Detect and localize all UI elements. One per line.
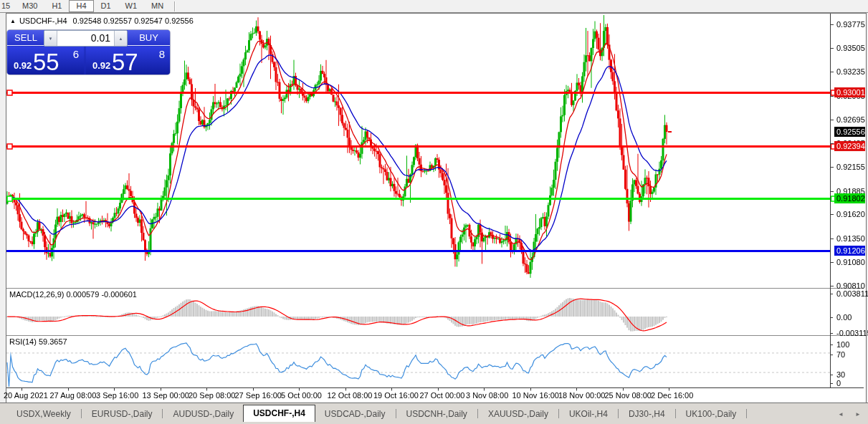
buy-price-pip: 8 xyxy=(159,48,165,60)
timeframe-button-h1[interactable]: H1 xyxy=(44,0,69,12)
rsi-axis-label: 0 xyxy=(836,379,841,387)
price-level-badge: 0.92394 xyxy=(834,141,865,151)
rsi-axis-label: 100 xyxy=(836,340,849,349)
one-click-trade-panel: SELL ▼ 0.01 ▲ BUY 0.92 55 6 0.92 57 8 xyxy=(7,30,170,74)
price-axis-label: 0.92155 xyxy=(836,163,865,171)
timeframe-button-m30[interactable]: M30 xyxy=(15,0,44,12)
symbol-tabbar: USDX,WeeklyEURUSD-,DailyAUDUSD-,DailyUSD… xyxy=(0,403,868,424)
tab-usdcad-daily[interactable]: USDCAD-,Daily xyxy=(315,407,395,421)
volume-spinner: ▼ 0.01 ▲ xyxy=(44,30,128,47)
sell-button[interactable]: SELL xyxy=(7,30,44,46)
volume-decrease-button[interactable]: ▼ xyxy=(44,31,57,46)
date-axis-label: 13 Sep 00:00 xyxy=(143,391,189,400)
date-axis-label: 20 Aug 2021 xyxy=(4,391,48,400)
price-level-badge: 0.93001 xyxy=(834,87,865,97)
tab-eurusd-daily[interactable]: EURUSD-,Daily xyxy=(82,407,162,421)
chevron-up-icon: ▲ xyxy=(119,37,123,41)
chart-ohlc-quotes: 0.92548 0.92557 0.92547 0.92556 xyxy=(73,16,194,25)
date-axis-label: 3 Sep 16:00 xyxy=(96,391,138,400)
tab-usdchf-h4[interactable]: USDCHF-,H4 xyxy=(243,405,315,422)
tab-separator xyxy=(675,409,676,418)
date-axis-label: 18 Nov 00:00 xyxy=(558,391,605,400)
terminal-screen: 15M30H1H4D1W1MN ▲USDCHF-,H40.92548 0.925… xyxy=(0,0,868,424)
tab-audusd-daily[interactable]: AUDUSD-,Daily xyxy=(163,407,243,421)
sell-price-big: 55 xyxy=(33,49,59,76)
sell-price-display[interactable]: 0.92 55 6 xyxy=(7,47,84,74)
tab-scroll-right-icon[interactable]: ► xyxy=(855,411,861,418)
timeframe-button-h4[interactable]: H4 xyxy=(69,0,93,12)
date-axis-label: 19 Oct 16:00 xyxy=(373,391,419,400)
tab-separator xyxy=(746,409,747,418)
volume-increase-button[interactable]: ▲ xyxy=(114,31,127,46)
chart-symbol: USDCHF-,H4 xyxy=(19,16,67,25)
macd-indicator-label: MACD(12,26,9) 0.000579 -0.000601 xyxy=(9,290,137,299)
rsi-indicator-label: RSI(14) 59.3657 xyxy=(9,337,67,346)
tab-ukoil-h4[interactable]: UKOil-,H4 xyxy=(560,407,617,421)
date-axis-label: 27 Oct 00:00 xyxy=(420,391,465,400)
timeframe-button-mn[interactable]: MN xyxy=(144,0,171,12)
chart-title: ▲USDCHF-,H40.92548 0.92557 0.92547 0.925… xyxy=(10,16,194,25)
buy-price-display[interactable]: 0.92 57 8 xyxy=(86,47,170,74)
buy-button[interactable]: BUY xyxy=(128,30,170,46)
tab-dj30-h4[interactable]: DJ30-,H4 xyxy=(619,407,674,421)
toolbar-separator xyxy=(174,1,176,11)
price-axis-label: 0.93235 xyxy=(836,67,865,76)
current-price-badge: 0.92556 xyxy=(834,127,865,137)
buy-price-prefix: 0.92 xyxy=(92,60,110,71)
tab-separator xyxy=(618,409,619,418)
tab-xauusd-daily[interactable]: XAUUSD-,Daily xyxy=(479,407,558,421)
macd-axis-label: 0.00 xyxy=(836,313,852,322)
timeframe-button-15[interactable]: 15 xyxy=(0,0,15,12)
date-axis-label: 10 Nov 16:00 xyxy=(512,391,559,400)
date-axis-label: 12 Oct 08:00 xyxy=(328,391,373,400)
tab-uk100-daily[interactable]: UK100-,Daily xyxy=(677,407,746,421)
date-axis-label: 20 Sep 08:00 xyxy=(189,391,235,400)
price-axis-label: 0.91080 xyxy=(836,258,865,266)
date-axis-label: 2 Dec 16:00 xyxy=(651,391,693,400)
symbol-tabs: USDX,WeeklyEURUSD-,DailyAUDUSD-,DailyUSD… xyxy=(7,405,748,424)
price-axis-label: 0.91620 xyxy=(836,210,865,218)
date-axis-label: 25 Nov 08:00 xyxy=(605,391,652,400)
tab-separator xyxy=(558,409,559,418)
macd-axis-label: 0.003811 xyxy=(836,289,868,298)
tab-scroll-left-icon[interactable]: ◄ xyxy=(838,411,844,418)
date-axis-label: 27 Sep 16:00 xyxy=(235,391,282,400)
timeframe-buttons: 15M30H1H4D1W1MN xyxy=(0,0,179,12)
tab-scroller: ◄ ► xyxy=(828,411,861,418)
volume-input[interactable]: 0.01 xyxy=(57,31,114,46)
tab-separator xyxy=(81,409,82,418)
collapse-arrow-icon[interactable]: ▲ xyxy=(10,18,16,24)
tab-separator xyxy=(477,409,478,418)
price-level-badge: 0.91206 xyxy=(834,246,865,256)
rsi-axis-label: 70 xyxy=(836,350,845,359)
quote-prices: 0.92 55 6 0.92 57 8 xyxy=(7,47,170,74)
timeframe-button-d1[interactable]: D1 xyxy=(94,0,118,12)
date-axis-label: 27 Aug 08:00 xyxy=(50,391,97,400)
price-axis-label: 0.92695 xyxy=(836,115,865,124)
tab-usdx-weekly[interactable]: USDX,Weekly xyxy=(7,407,80,421)
chevron-down-icon: ▼ xyxy=(49,37,53,41)
sell-price-prefix: 0.92 xyxy=(14,60,32,71)
sell-price-pip: 6 xyxy=(73,48,79,60)
tab-usdcnh-daily[interactable]: USDCNH-,Daily xyxy=(397,407,477,421)
tab-separator xyxy=(396,409,396,418)
timeframe-button-w1[interactable]: W1 xyxy=(118,0,145,12)
date-axis-label: 5 Oct 00:00 xyxy=(281,391,322,400)
rsi-axis-label: 30 xyxy=(836,370,845,379)
tab-separator xyxy=(162,409,163,418)
macd-axis-label: -0.003115 xyxy=(836,329,868,337)
date-axis-label: 3 Nov 08:00 xyxy=(466,391,508,400)
price-level-badge: 0.91802 xyxy=(834,193,865,203)
price-axis-label: 0.93775 xyxy=(836,20,865,29)
timeframe-toolbar: 15M30H1H4D1W1MN xyxy=(0,0,868,13)
buy-price-big: 57 xyxy=(112,49,138,76)
price-axis-label: 0.91350 xyxy=(836,234,865,243)
price-axis-label: 0.93505 xyxy=(836,44,865,52)
